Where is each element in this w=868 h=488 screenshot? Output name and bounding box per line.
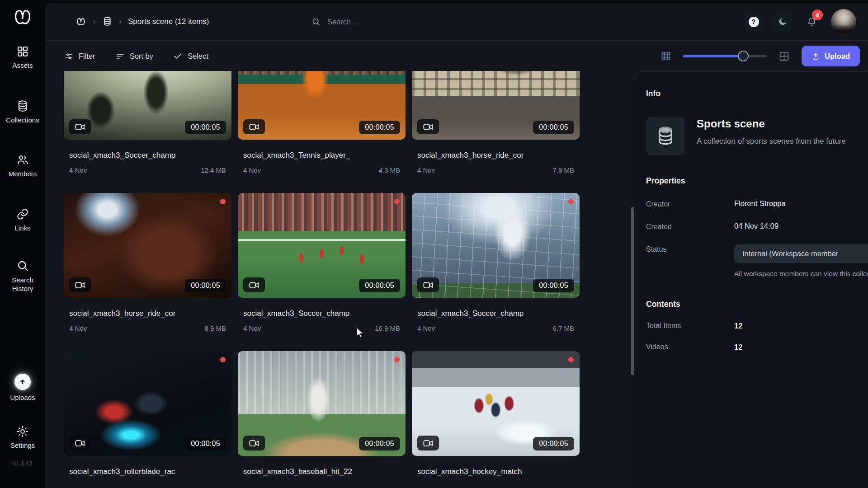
sidebar-item-uploads[interactable]: Uploads — [0, 374, 45, 402]
video-camera-icon — [69, 436, 91, 450]
sidebar-item-members[interactable]: Members — [0, 154, 45, 178]
video-thumbnail[interactable]: 00:00:05 — [412, 193, 580, 298]
uploads-progress-icon — [14, 374, 31, 390]
asset-card[interactable]: 00:00:05 social_xmach3_horse_ride_cor 4 … — [412, 71, 580, 174]
breadcrumb: › › Sports scene (12 items) — [45, 16, 209, 27]
property-row-status: Status Internal (Workspace member ▼ All … — [646, 244, 868, 279]
grid-scrollbar[interactable] — [631, 207, 634, 375]
contents-heading: Contents — [646, 300, 868, 309]
creator-value: Florent Stroppa — [734, 199, 786, 208]
assets-grid-icon — [16, 45, 29, 58]
sidebar-item-links[interactable]: Links — [0, 208, 45, 233]
collection-tile-icon — [646, 117, 685, 155]
notification-count-badge: 4 — [812, 9, 823, 20]
video-camera-icon — [417, 277, 439, 292]
videos-label: Videos — [646, 343, 734, 352]
help-button[interactable]: ? — [744, 12, 763, 31]
duration-badge: 00:00:05 — [359, 437, 400, 450]
asset-card[interactable]: 00:00:05 social_xmach3_Tennis_player_ 4 … — [238, 71, 406, 174]
created-label: Created — [646, 222, 734, 231]
links-chain-icon — [16, 208, 29, 221]
breadcrumb-chevron-icon: › — [93, 17, 96, 26]
video-thumbnail[interactable]: 00:00:05 — [64, 193, 231, 298]
sidebar-item-label: Links — [14, 224, 30, 233]
total-items-value: 12 — [734, 322, 742, 330]
video-camera-icon — [243, 119, 265, 134]
sidebar-item-assets[interactable]: Assets — [0, 45, 45, 70]
breadcrumb-chevron-icon: › — [119, 17, 122, 26]
slider-thumb[interactable] — [738, 51, 749, 61]
status-dropdown[interactable]: Internal (Workspace member ▼ — [734, 244, 868, 263]
asset-grid-viewport: 00:00:05 social_xmach3_Soccer_champ 4 No… — [64, 71, 630, 488]
asset-card[interactable]: 00:00:05 social_xmach3_horse_ride_cor 4 … — [64, 193, 231, 332]
video-thumbnail[interactable]: 00:00:05 — [412, 351, 580, 456]
breadcrumb-current-label: Sports scene (12 items) — [128, 17, 209, 26]
asset-grid: 00:00:05 social_xmach3_Soccer_champ 4 No… — [64, 71, 630, 488]
breadcrumb-home-logo-icon[interactable] — [75, 16, 87, 27]
duration-badge: 00:00:05 — [185, 279, 226, 292]
duration-badge: 00:00:05 — [533, 121, 574, 134]
sidebar-item-settings[interactable]: Settings — [0, 425, 45, 450]
video-thumbnail[interactable]: 00:00:05 — [238, 351, 406, 456]
video-thumbnail[interactable]: 00:00:05 — [64, 351, 231, 456]
videos-value: 12 — [734, 343, 742, 352]
status-label: Status — [646, 244, 734, 253]
asset-card[interactable]: 00:00:05 social_xmach3_baseball_hit_22 — [238, 351, 406, 483]
settings-gear-icon — [16, 425, 29, 438]
thumbnail-size-slider[interactable] — [683, 55, 767, 57]
thumbnail-size-small-icon[interactable] — [660, 51, 671, 61]
collection-title: Sports scene — [697, 117, 846, 130]
video-thumbnail[interactable]: 00:00:05 — [412, 71, 580, 140]
notifications-button[interactable]: 4 — [802, 12, 821, 31]
asset-size: 7.9 MB — [552, 166, 574, 174]
sidebar-item-collections[interactable]: Collections — [0, 100, 45, 125]
select-button[interactable]: Select — [173, 52, 208, 61]
asset-size: 16.9 MB — [375, 324, 400, 332]
breadcrumb-collection-icon[interactable] — [102, 16, 113, 27]
upload-button[interactable]: Upload — [802, 46, 860, 66]
status-dropdown-value: Internal (Workspace member — [742, 249, 838, 258]
created-value: 04 Nov 14:09 — [734, 222, 778, 230]
upload-arrow-icon — [811, 52, 820, 61]
duration-badge: 00:00:05 — [185, 437, 226, 450]
status-dot — [568, 199, 574, 204]
sidebar-item-search-history[interactable]: Search History — [0, 259, 45, 293]
asset-title: social_xmach3_Soccer_champ — [412, 309, 580, 318]
video-camera-icon — [69, 277, 91, 292]
total-items-label: Total Items — [646, 322, 734, 330]
video-thumbnail[interactable]: 00:00:05 — [238, 193, 406, 298]
sidebar-item-label: Members — [9, 170, 37, 178]
video-thumbnail[interactable]: 00:00:05 — [238, 71, 406, 140]
creator-label: Creator — [646, 199, 734, 208]
video-camera-icon — [417, 119, 439, 134]
sort-button[interactable]: Sort by — [115, 52, 153, 61]
sidebar-item-label: Assets — [12, 61, 33, 70]
search-input[interactable]: Search... — [311, 3, 357, 41]
moon-icon — [778, 17, 788, 27]
checkmark-icon — [173, 52, 183, 61]
asset-date: 4 Nov — [69, 166, 87, 174]
user-avatar[interactable] — [831, 9, 856, 34]
sidebar-item-label: Settings — [10, 441, 35, 450]
filter-button[interactable]: Filter — [64, 52, 95, 61]
thumbnail-size-large-icon[interactable] — [778, 51, 790, 62]
asset-card[interactable]: 00:00:05 social_xmach3_rollerblade_rac — [64, 351, 231, 483]
asset-date: 4 Nov — [243, 324, 261, 332]
status-dot — [568, 357, 574, 362]
status-dot — [394, 199, 400, 204]
contents-row-videos: Videos 12 — [646, 343, 868, 352]
asset-card[interactable]: 00:00:05 social_xmach3_hockey_match — [412, 351, 580, 483]
asset-title: social_xmach3_Soccer_champ — [238, 309, 406, 318]
topbar: › › Sports scene (12 items) — [45, 3, 868, 41]
select-label: Select — [188, 52, 208, 61]
asset-title: social_xmach3_Tennis_player_ — [238, 151, 406, 160]
sidebar-item-label: Collections — [6, 116, 39, 125]
property-row-created: Created 04 Nov 14:09 — [646, 222, 868, 231]
slider-fill — [683, 55, 743, 57]
asset-card[interactable]: 00:00:05 social_xmach3_Soccer_champ 4 No… — [238, 193, 406, 332]
asset-card[interactable]: 00:00:05 social_xmach3_Soccer_champ 4 No… — [64, 71, 231, 174]
video-thumbnail[interactable]: 00:00:05 — [64, 71, 231, 140]
asset-card[interactable]: 00:00:05 social_xmach3_Soccer_champ 4 No… — [412, 193, 580, 332]
sidebar-item-label: Uploads — [10, 394, 35, 402]
theme-toggle-button[interactable] — [773, 12, 792, 31]
